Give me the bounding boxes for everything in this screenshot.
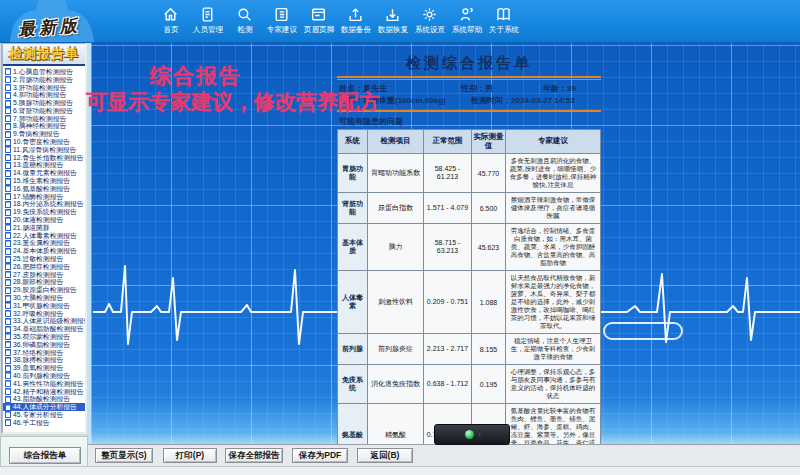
cell-range: 1.571 - 4.079 <box>424 193 472 224</box>
toolbar-button[interactable]: 首页 <box>152 4 189 40</box>
result-table-row: 免疫系统 消化道免疫指数 0.638 - 1.712 0.195 心理调整，保持… <box>338 365 601 404</box>
cell-system: 肾脏功能 <box>338 193 368 224</box>
document-icon <box>5 193 11 200</box>
toolbar-button[interactable]: 数据恢复 <box>374 4 411 40</box>
col-header-value: 实际测量值 <box>472 130 506 154</box>
full-page-view-button[interactable]: 整页显示(S) <box>95 448 153 463</box>
document-icon <box>5 349 11 356</box>
document-icon <box>5 388 11 395</box>
toolbar-button[interactable]: 数据备份 <box>337 4 374 40</box>
system-settings-gear-icon <box>421 4 438 21</box>
report-list-title: 检测报告单 <box>9 45 79 63</box>
toolbar-button[interactable]: 专家建议 <box>263 4 300 40</box>
cell-system: 基本体质 <box>338 224 368 271</box>
system-help-icon <box>458 4 475 21</box>
toolbar-button-label: 页眉页脚 <box>303 24 333 34</box>
cell-system: 免疫系统 <box>338 365 368 404</box>
toolbar-button[interactable]: 检测 <box>226 4 263 40</box>
document-icon <box>5 372 11 379</box>
report-list-item-label: 46.手工报告 <box>13 418 50 426</box>
document-icon <box>5 295 11 302</box>
document-icon <box>5 232 11 239</box>
annotation-line1: 综合报告 <box>150 62 242 90</box>
cell-range: 58.715 - 63.213 <box>424 224 472 271</box>
document-icon <box>5 326 11 333</box>
cell-value: 6.500 <box>472 193 506 224</box>
print-button[interactable]: 打印(P) <box>163 448 217 463</box>
toolbar-button[interactable]: 关于系统 <box>485 4 522 40</box>
document-icon <box>5 318 11 325</box>
col-header-range: 正常范围 <box>424 130 472 154</box>
document-icon <box>5 419 11 426</box>
cell-item: 精氨酸 <box>368 404 424 445</box>
cell-item: 前列腺炎症 <box>368 334 424 365</box>
patient-age: 年龄：39 <box>543 83 576 94</box>
widget-handle-dots: ∶ <box>479 431 482 439</box>
cell-value: 0.195 <box>472 365 506 404</box>
toolbar-button-label: 首页 <box>163 24 178 34</box>
top-toolbar: 最新版 首页 人员管理 检测 <box>0 0 800 42</box>
document-icon <box>5 123 11 130</box>
back-button[interactable]: 返回(B) <box>357 448 413 463</box>
toolbar-button[interactable]: 系统设置 <box>411 4 448 40</box>
col-header-item: 检测项目 <box>368 130 424 154</box>
cell-advice: 氨基酸含量比较丰富的食物有鱼肉、鲤鱼、墨鱼、鳝鱼、泥鳅、虾、海参、蛋糕、鸡肉、冻… <box>506 404 601 445</box>
cell-item: 刺激性饮料 <box>368 271 424 334</box>
result-table-row: 前列腺 前列腺炎症 2.213 - 2.717 8.155 稳定情绪，注意个人生… <box>338 334 601 365</box>
expert-advice-icon <box>273 4 290 21</box>
home-icon <box>162 4 179 21</box>
save-all-reports-button[interactable]: 保存全部报告 <box>225 448 283 463</box>
toolbar-button[interactable]: 页眉页脚 <box>300 4 337 40</box>
document-icon <box>5 107 11 114</box>
toolbar-button-label: 检测 <box>237 24 252 34</box>
save-as-pdf-button[interactable]: 保存为PDF <box>292 448 348 463</box>
report-list-panel: 检测报告单 1.心脑血管检测报告 2.胃肠功能检测报告 3 <box>1 42 87 434</box>
document-icon <box>5 365 11 372</box>
page-header-footer-icon <box>310 4 327 21</box>
report-list-item[interactable]: 46.手工报告 <box>3 419 85 426</box>
result-table-row: 基本体质 脑力 58.715 - 63.213 45.623 劳逸结合，控制情绪… <box>338 224 601 271</box>
cell-system: 人体毒素 <box>338 271 368 334</box>
cell-value: 45.623 <box>472 224 506 271</box>
floating-widget[interactable]: ∶ <box>434 424 510 445</box>
result-table-row: 胃肠功能 胃蠕动功能系数 58.425 - 61.213 45.770 多食无刺… <box>338 154 601 193</box>
document-icon <box>5 310 11 317</box>
cell-range: 0.638 - 1.712 <box>424 365 472 404</box>
document-icon <box>5 100 11 107</box>
document-icon <box>5 396 11 403</box>
composite-report-button[interactable]: 综合报告单 <box>9 447 81 464</box>
toolbar-button[interactable]: 人员管理 <box>189 4 226 40</box>
toolbar-button[interactable]: 系统帮助 <box>448 4 485 40</box>
document-icon <box>5 76 11 83</box>
bottom-button-bar: 整页显示(S) 打印(P) 保存全部报告 保存为PDF 返回(B) <box>88 444 800 466</box>
document-icon <box>5 380 11 387</box>
toolbar-nav: 首页 人员管理 检测 专家建议 <box>152 4 522 40</box>
cell-range: 2.213 - 2.717 <box>424 334 472 365</box>
document-icon <box>5 217 11 224</box>
data-backup-icon <box>347 4 364 21</box>
document-icon <box>5 287 11 294</box>
document-icon <box>5 139 11 146</box>
report-title: 检测综合报告单 <box>337 54 601 73</box>
toolbar-button-label: 关于系统 <box>488 24 518 34</box>
toolbar-button-label: 数据备份 <box>340 24 370 34</box>
result-table-row: 人体毒素 刺激性饮料 0.209 - 0.751 1.088 以天然食品取代精致… <box>338 271 601 334</box>
title-divider <box>337 76 601 80</box>
cell-value: 1.088 <box>472 271 506 334</box>
document-icon <box>5 68 11 75</box>
document-icon <box>5 404 11 411</box>
document-icon <box>5 357 11 364</box>
toolbar-button-label: 人员管理 <box>192 24 222 34</box>
document-icon <box>5 201 11 208</box>
document-icon <box>5 240 11 247</box>
document-icon <box>5 341 11 348</box>
app-version-logo: 最新版 <box>17 14 81 41</box>
report-list: 1.心脑血管检测报告 2.胃肠功能检测报告 3.肝功能检测报告 <box>3 68 85 426</box>
document-icon <box>5 256 11 263</box>
cell-item: 消化道免疫指数 <box>368 365 424 404</box>
app-window: 最新版 首页 人员管理 检测 <box>0 0 800 475</box>
document-icon <box>5 302 11 309</box>
document-icon <box>5 146 11 153</box>
document-icon <box>5 115 11 122</box>
section-label: 可能有隐患的问题 <box>339 116 601 127</box>
